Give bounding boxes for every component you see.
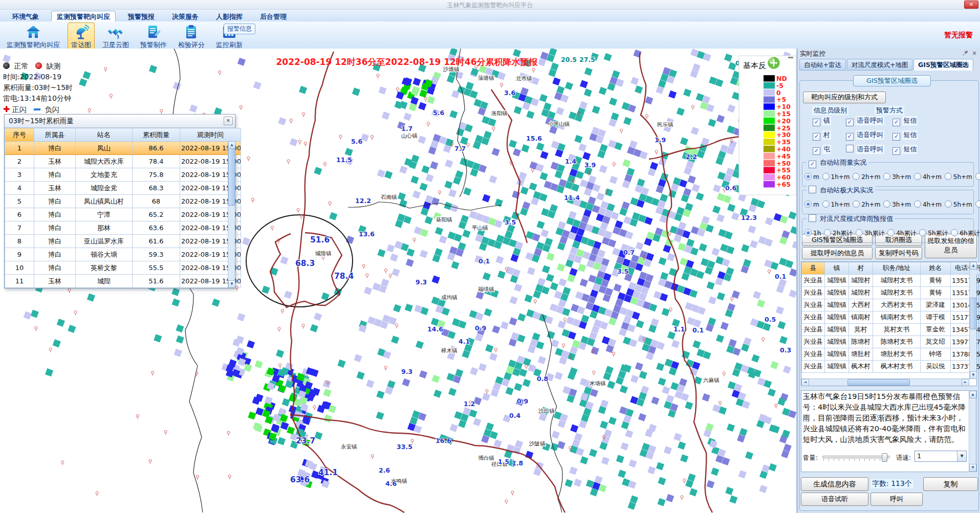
group-checkbox[interactable]: [809, 186, 816, 193]
level-checkbox[interactable]: ✓: [813, 147, 820, 155]
pin-icon[interactable]: [963, 50, 968, 56]
table-row[interactable]: 兴业县城隍镇莫村莫村支书覃金乾134575405: [802, 324, 980, 336]
table-row[interactable]: 兴业县城隍镇城隍村城隍村支书黄铸135176975: [802, 287, 980, 299]
voice-call-checkbox[interactable]: ✓: [846, 133, 854, 141]
radio-5h累计[interactable]: [919, 229, 926, 236]
scroll-right-icon[interactable]: ►: [962, 379, 969, 386]
table-row[interactable]: 7博白那林63.62022-08-19 15:00: [5, 221, 241, 235]
rain-table-header[interactable]: 累积雨量: [133, 128, 180, 142]
contact-table-header[interactable]: 职务/地址: [873, 262, 921, 275]
radio-2h+m[interactable]: [853, 173, 860, 180]
window-close-button[interactable]: ✕: [964, 1, 978, 9]
radio-2h累计[interactable]: [824, 229, 831, 236]
scroll-up-icon[interactable]: ▲: [228, 141, 235, 149]
copy-button[interactable]: 复制: [923, 477, 978, 491]
radio-6h累计[interactable]: [951, 229, 958, 236]
chevron-down-icon[interactable]: ▼: [957, 451, 966, 461]
rain-table-header[interactable]: 序号: [5, 128, 34, 142]
toolbar-button-compose[interactable]: 预警制作: [137, 23, 170, 51]
toolbar-button-home[interactable]: 监测预警靶向叫应: [3, 23, 63, 51]
rain-table-titlebar[interactable]: 03时~15时累积雨量 ✕: [5, 115, 235, 128]
contact-table-header[interactable]: 村: [849, 262, 873, 275]
radio-5h+m[interactable]: [945, 173, 952, 180]
radio-1h+m[interactable]: [822, 200, 830, 208]
sms-checkbox[interactable]: ✓: [892, 119, 900, 126]
call-button[interactable]: 呼叫: [870, 493, 923, 506]
table-row[interactable]: 4玉林城隍金党68.32022-08-19 15:00: [5, 182, 241, 195]
message-vscroll[interactable]: ▲ ▼: [969, 390, 976, 472]
voice-call-checkbox[interactable]: [846, 145, 854, 152]
contact-table-header[interactable]: 姓名: [921, 262, 951, 275]
radio-m[interactable]: [804, 173, 812, 180]
radar-map[interactable]: 沙塘镇蒲塘镇北市镇洛阳镇小平山镇民乐镇山心镇石南镇葵阳镇平山镇城隍镇福绵镇成均镇…: [0, 49, 796, 513]
scroll-up-icon[interactable]: ▲: [969, 391, 976, 398]
radio-4h累计[interactable]: [887, 229, 895, 236]
table-row[interactable]: 3博白文地姜充75.82022-08-19 15:00: [5, 168, 241, 182]
contact-table[interactable]: 县镇村职务/地址姓名电话号码兴业县城隍镇城隍村城隍村支书黄铸135176975兴…: [801, 262, 980, 373]
table-row[interactable]: 兴业县城隍镇镇南村镇南村支书谭于模151775946: [802, 311, 980, 324]
voice-call-checkbox[interactable]: ✓: [846, 119, 854, 126]
voice-preview-button[interactable]: 语音试听: [801, 493, 868, 506]
table-row[interactable]: 兴业县城隍镇陈塘村陈塘村支书莫文绍139775796: [802, 336, 980, 348]
radio-1h[interactable]: [804, 229, 812, 236]
slider-track[interactable]: [822, 456, 890, 458]
contact-table-header[interactable]: 县: [802, 262, 825, 275]
table-row[interactable]: 2玉林城隍大西水库78.42022-08-19 15:00: [5, 155, 241, 168]
radio-3h累计[interactable]: [856, 229, 863, 236]
level-checkbox[interactable]: ✓: [813, 133, 820, 141]
table-row[interactable]: 10博白英桥文黎55.52022-08-19 15:00: [5, 261, 241, 275]
toolbar-button-score[interactable]: 检验评分: [175, 23, 208, 51]
sms-checkbox[interactable]: ✓: [892, 133, 900, 141]
radio-4h+m[interactable]: [914, 200, 921, 208]
contact-table-hscroll[interactable]: ◄ ►: [801, 378, 969, 386]
radio-12h+m[interactable]: [975, 173, 980, 180]
table-row[interactable]: 1博白凤山86.62022-08-19 15:00: [5, 142, 241, 155]
table-row[interactable]: 兴业县城隍镇塘肚村塘肚村支书钟塔137885534: [802, 348, 980, 361]
table-row[interactable]: 6博白宁潭65.22022-08-19 15:00: [5, 208, 241, 221]
copy-call-numbers-button[interactable]: 复制呼叫号码: [875, 247, 922, 259]
toolbar-button-radar[interactable]: 雷达图: [68, 23, 95, 51]
zoom-in-icon[interactable]: [767, 56, 780, 70]
volume-slider[interactable]: [822, 453, 890, 461]
scroll-down-icon[interactable]: ▼: [970, 371, 977, 379]
table-row[interactable]: 兴业县城隍镇枫木村枫木村支书吴以悦137375511: [802, 361, 980, 373]
slider-thumb[interactable]: [882, 453, 887, 462]
scroll-down-icon[interactable]: ▼: [969, 464, 976, 472]
rain-table[interactable]: 序号所属县站名累积雨量观测时间1博白凤山86.62022-08-19 15:00…: [5, 128, 241, 288]
contact-table-header[interactable]: 镇: [825, 262, 849, 275]
scroll-down-icon[interactable]: ▼: [228, 280, 235, 288]
radio-5h+m[interactable]: [945, 200, 952, 208]
contact-table-vscroll[interactable]: ▲ ▼: [969, 262, 976, 379]
speed-dropdown[interactable]: 1 ▼: [914, 451, 967, 462]
panel-tab-3[interactable]: GIS预警区域圈选: [913, 59, 973, 71]
toolbar-button-satellite[interactable]: 卫星云图: [99, 23, 133, 51]
rain-table-header[interactable]: 观测时间: [180, 128, 241, 142]
contact-table-wrap[interactable]: 县镇村职务/地址姓名电话号码兴业县城隍镇城隍村城隍村支书黄铸135176975兴…: [801, 261, 977, 386]
rain-table-header[interactable]: 所属县: [34, 128, 76, 142]
group-checkbox[interactable]: ✓: [809, 161, 816, 168]
table-row[interactable]: 9博白顿谷大塘59.32022-08-19 15:00: [5, 248, 241, 261]
radio-m[interactable]: [804, 200, 812, 208]
rain-table-close-icon[interactable]: ✕: [224, 117, 233, 125]
table-row[interactable]: 兴业县城隍镇城隍村城隍村支书黄铸135176975: [802, 275, 980, 287]
radio-3h+m[interactable]: [883, 173, 890, 180]
scroll-thumb[interactable]: [228, 148, 235, 206]
group-checkbox[interactable]: [809, 214, 816, 222]
radio-3h+m[interactable]: [883, 200, 890, 208]
sms-checkbox[interactable]: ✓: [892, 147, 900, 155]
extract-call-informers-button[interactable]: 提取呼叫的信息员: [802, 247, 873, 259]
table-row[interactable]: 兴业县城隍镇大西村大西村支书梁泽建130149571: [802, 299, 980, 311]
scroll-left-icon[interactable]: ◄: [801, 379, 809, 386]
scroll-thumb[interactable]: [847, 379, 910, 386]
scroll-thumb[interactable]: [970, 298, 977, 329]
radio-2h+m[interactable]: [853, 200, 860, 208]
table-row[interactable]: 11玉林城隍51.62022-08-19 15:00: [5, 275, 241, 288]
panel-tab-1[interactable]: 自动站+雷达: [799, 59, 846, 71]
panel-close-icon[interactable]: ×: [972, 50, 977, 57]
table-row[interactable]: 8博白亚山温罗水库61.62022-08-19 15:00: [5, 235, 241, 248]
radio-1h+m[interactable]: [822, 173, 830, 180]
panel-tab-2[interactable]: 对流尺度模式+地图: [847, 59, 912, 71]
rain-table-header[interactable]: 站名: [76, 128, 133, 142]
call-level-method-button[interactable]: 靶向叫应的级别和方式: [803, 92, 886, 103]
radio-12h+m[interactable]: [975, 200, 980, 208]
